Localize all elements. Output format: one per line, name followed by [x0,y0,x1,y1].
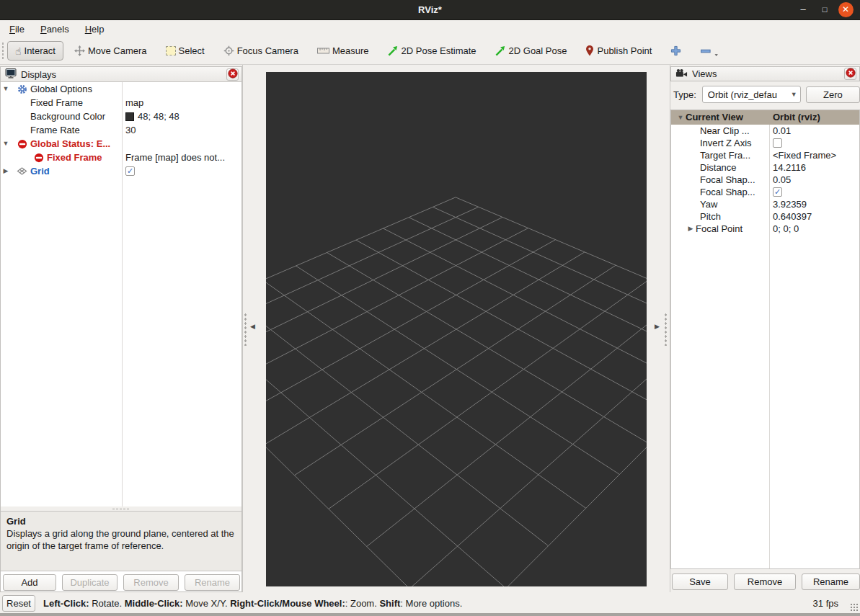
close-panel-icon [228,68,238,81]
menu-item-panels[interactable]: Panels [32,22,77,37]
status-segment: Left-Click: [43,598,89,609]
error-icon [33,153,44,163]
camera-icon [675,68,688,80]
views-row-focal-point[interactable]: ▶Focal Point0; 0; 0 [671,223,859,235]
toolbar-drag-handle[interactable] [1,42,5,61]
status-segment: Middle-Click: [125,598,183,609]
views-row-distance[interactable]: Distance14.2116 [671,161,859,174]
property-name: Frame Rate [30,123,80,137]
property-name: Grid [30,164,50,178]
tool-measure-button[interactable]: Measure [309,41,377,61]
resize-grip[interactable] [850,603,859,612]
minimize-button[interactable]: – [792,0,814,20]
views-close-button[interactable] [844,68,856,80]
right-panel-splitter[interactable]: ▶ [647,65,670,592]
status-segment: : More options. [400,598,462,609]
tool-select-button[interactable]: Select [158,41,213,61]
color-swatch [125,112,134,121]
tool-publish-point-button[interactable]: Publish Point [577,41,660,61]
tool-add-tool-button[interactable] [662,41,689,61]
property-value[interactable]: <Fixed Frame> [773,149,836,161]
property-name: Background Color [30,110,105,123]
property-value[interactable]: map [125,96,143,110]
views-row-focal-shap[interactable]: Focal Shap...✓ [671,186,859,198]
displays-row-global-options[interactable]: ▼Global Options [1,82,241,96]
property-value[interactable]: 0.01 [773,125,791,137]
property-name: Pitch [700,210,721,223]
tool-label: Focus Camera [237,45,298,56]
displays-row-grid[interactable]: ▶Grid✓ [1,164,241,178]
tool-move-camera-button[interactable]: Move Camera [66,41,155,61]
titlebar: RViz* – □ ✕ [0,0,860,20]
close-icon: ✕ [838,2,854,17]
views-row-target-fra[interactable]: Target Fra...<Fixed Frame> [671,149,859,161]
left-panel-splitter[interactable]: ◀ [242,65,266,592]
expander-right-icon[interactable]: ▶ [1,164,11,178]
views-row-yaw[interactable]: Yaw3.92359 [671,198,859,210]
property-value[interactable]: 0.640397 [773,210,812,223]
displays-row-global-status-e[interactable]: ▼Global Status: E... [1,137,241,151]
property-value[interactable]: 0.05 [773,174,791,186]
property-value[interactable]: 48; 48; 48 [138,110,179,123]
expander-down-icon[interactable]: ▼ [1,137,11,151]
property-value[interactable]: Orbit (rviz) [773,110,820,125]
gear-icon [17,84,27,94]
checkbox-checked[interactable]: ✓ [125,166,135,176]
views-row-current-view[interactable]: ▼Current ViewOrbit (rviz) [671,110,859,125]
zero-button[interactable]: Zero [806,86,860,103]
tool-label: Select [179,45,205,56]
expander-down-icon[interactable]: ▼ [675,110,686,125]
collapse-left-panel-icon[interactable]: ◀ [250,323,255,330]
close-button[interactable]: ✕ [835,0,856,20]
description-title: Grid [6,516,26,527]
property-name: Fixed Frame [30,96,83,110]
tool-label: 2D Pose Estimate [402,45,476,56]
displays-row-frame-rate[interactable]: Frame Rate30 [1,123,241,137]
displays-add-button[interactable]: Add [3,574,56,591]
property-value[interactable]: 14.2116 [773,161,806,174]
displays-close-button[interactable] [226,68,239,81]
property-name: Focal Shap... [700,174,755,186]
views-row-near-clip[interactable]: Near Clip ...0.01 [671,125,859,137]
expander-down-icon[interactable]: ▼ [1,82,11,96]
render-viewport-3d[interactable] [266,72,647,586]
property-name: Distance [700,161,737,174]
menu-item-help[interactable]: Help [77,22,112,37]
tool-label: Move Camera [88,45,147,56]
checkbox-checked[interactable]: ✓ [773,187,782,197]
tool-interact-button[interactable]: ☝Interact [7,41,63,61]
views-row-pitch[interactable]: Pitch0.640397 [671,210,859,223]
tool-focus-camera-button[interactable]: Focus Camera [216,41,306,61]
property-name: Focal Shap... [700,186,755,198]
property-name: Current View [686,110,743,125]
displays-row-fixed-frame[interactable]: Fixed Framemap [1,96,241,110]
status-segment: Rotate. [89,598,125,609]
main-area: Displays ▼Global OptionsFixed FramemapBa… [0,65,860,592]
expander-right-icon[interactable]: ▶ [686,223,696,235]
property-value[interactable]: Frame [map] does not... [125,151,225,164]
displays-row-fixed-frame[interactable]: Fixed FrameFrame [map] does not... [1,151,241,164]
view-type-dropdown[interactable]: Orbit (rviz_defau ▼ [702,86,801,103]
collapse-right-panel-icon[interactable]: ▶ [655,323,660,330]
views-row-invert-z-axis[interactable]: Invert Z Axis [671,137,859,149]
checkbox-unchecked[interactable] [773,138,782,148]
views-remove-button[interactable]: Remove [734,573,796,590]
displays-remove-button: Remove [123,574,179,591]
views-row-focal-shap[interactable]: Focal Shap...0.05 [671,174,859,186]
maximize-button[interactable]: □ [814,0,835,20]
statusbar: Reset Left-Click: Rotate. Middle-Click: … [0,592,860,616]
window-title: RViz* [0,0,860,20]
property-value[interactable]: 0; 0; 0 [773,223,799,235]
menu-item-file[interactable]: File [1,22,32,37]
property-value[interactable]: 30 [125,123,136,137]
property-name: Near Clip ... [700,125,750,137]
views-rename-button[interactable]: Rename [802,573,860,590]
tool-2d-pose-estimate-button[interactable]: 2D Pose Estimate [380,41,484,61]
displays-row-background-color[interactable]: Background Color48; 48; 48 [1,110,241,123]
tool-remove-tool-button[interactable] [692,41,727,61]
views-save-button[interactable]: Save [672,573,728,590]
description-body: Displays a grid along the ground plane, … [6,528,234,551]
property-value[interactable]: 3.92359 [773,198,807,210]
tool-2d-goal-pose-button[interactable]: 2D Goal Pose [487,41,575,61]
reset-button[interactable]: Reset [2,595,35,612]
